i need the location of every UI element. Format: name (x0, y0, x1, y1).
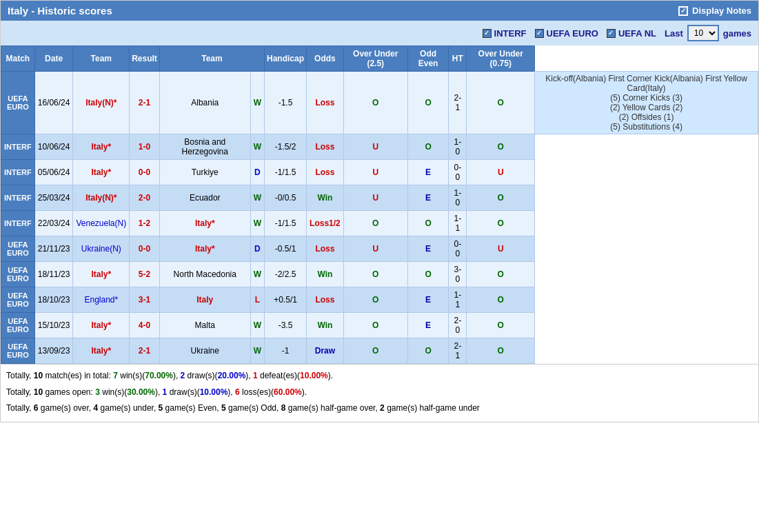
team2-cell: Bosnia and Herzegovina (159, 134, 250, 160)
ou075-cell: O (467, 262, 535, 287)
col-odd-even: Odd Even (407, 46, 449, 72)
filter-uefa-nl[interactable]: ✓ UEFA NL (607, 28, 656, 39)
col-match: Match (1, 46, 35, 72)
ht-cell: 1-1 (449, 211, 467, 236)
odd-even-cell: E (407, 236, 449, 262)
wdl-cell: W (250, 185, 264, 211)
ou25-cell: O (343, 287, 407, 313)
ht-cell: 1-1 (449, 287, 467, 313)
result-cell: 3-1 (130, 287, 160, 313)
ou25-cell: U (343, 236, 407, 262)
team2-cell: Italy* (159, 236, 250, 262)
result-cell: 0-0 (130, 160, 160, 185)
wdl-cell: L (250, 287, 264, 313)
ht-cell: 2-1 (449, 338, 467, 364)
display-notes-checkbox[interactable]: ✓ (678, 6, 688, 16)
match-type-cell: UEFAEURO (1, 313, 35, 338)
filter-interf[interactable]: ✓ INTERF (483, 28, 527, 39)
ht-cell: 1-0 (449, 185, 467, 211)
table-row: UEFAEURO18/11/23Italy*5-2North Macedonia… (1, 262, 758, 287)
summary-line: Totally, 6 game(s) over, 4 game(s) under… (6, 401, 753, 416)
uefa-nl-label: UEFA NL (618, 28, 656, 39)
odd-even-cell: O (407, 134, 449, 160)
odds-cell: Loss (307, 134, 344, 160)
result-cell: 5-2 (130, 262, 160, 287)
odd-even-cell: O (407, 262, 449, 287)
ht-cell: 2-0 (449, 313, 467, 338)
team1-cell: Italy* (73, 134, 130, 160)
ht-cell: 2-1 (449, 72, 467, 134)
handicap-cell: -3.5 (265, 313, 307, 338)
display-notes-toggle[interactable]: ✓ Display Notes (678, 6, 751, 16)
ou25-cell: O (343, 211, 407, 236)
handicap-cell: -1.5/2 (265, 134, 307, 160)
team2-cell: Ukraine (159, 338, 250, 364)
date-cell: 05/06/24 (34, 160, 73, 185)
col-result: Result (130, 46, 160, 72)
table-row: INTERF10/06/24Italy*1-0Bosnia and Herzeg… (1, 134, 758, 160)
result-cell: 4-0 (130, 313, 160, 338)
team1-cell: Italy* (73, 313, 130, 338)
handicap-cell: +0.5/1 (265, 287, 307, 313)
team2-cell: Malta (159, 313, 250, 338)
result-cell: 2-0 (130, 185, 160, 211)
team1-cell: Venezuela(N) (73, 211, 130, 236)
last-label: Last (665, 28, 683, 39)
summary-section: Totally, 10 match(es) in total: 7 win(s)… (1, 364, 758, 422)
result-cell: 2-1 (130, 338, 160, 364)
date-cell: 22/03/24 (34, 211, 73, 236)
handicap-cell: -1/1.5 (265, 160, 307, 185)
team2-cell: Ecuador (159, 185, 250, 211)
odd-even-cell: E (407, 313, 449, 338)
wdl-cell: D (250, 160, 264, 185)
match-type-cell: UEFAEURO (1, 262, 35, 287)
ou25-cell: U (343, 160, 407, 185)
uefa-nl-checkbox[interactable]: ✓ (607, 29, 616, 38)
ou075-cell: U (467, 236, 535, 262)
odd-even-cell: O (407, 338, 449, 364)
odds-cell: Loss (307, 236, 344, 262)
match-type-cell: UEFAEURO (1, 236, 35, 262)
team2-cell: Turkiye (159, 160, 250, 185)
ou075-cell: O (467, 134, 535, 160)
odd-even-cell: E (407, 160, 449, 185)
date-cell: 13/09/23 (34, 338, 73, 364)
ou25-cell: U (343, 134, 407, 160)
wdl-cell: W (250, 262, 264, 287)
games-select[interactable]: 5 10 15 20 (687, 25, 719, 41)
interf-checkbox[interactable]: ✓ (483, 29, 492, 38)
date-cell: 16/06/24 (34, 72, 73, 134)
result-cell: 0-0 (130, 236, 160, 262)
filter-uefa-euro[interactable]: ✓ UEFA EURO (535, 28, 598, 39)
wdl-cell: W (250, 313, 264, 338)
handicap-cell: -1 (265, 338, 307, 364)
odds-cell: Loss1/2 (307, 211, 344, 236)
ou25-cell: U (343, 185, 407, 211)
ou25-cell: O (343, 338, 407, 364)
uefa-euro-checkbox[interactable]: ✓ (535, 29, 544, 38)
display-notes-label: Display Notes (692, 6, 751, 16)
ou25-cell: O (343, 72, 407, 134)
table-row: INTERF22/03/24Venezuela(N)1-2Italy*W-1/1… (1, 211, 758, 236)
odds-cell: Loss (307, 287, 344, 313)
team2-cell: Italy (159, 287, 250, 313)
wdl-cell: W (250, 338, 264, 364)
ou075-cell: O (467, 338, 535, 364)
scores-table: Match Date Team Result Team Handicap Odd… (1, 45, 758, 364)
team2-cell: Italy* (159, 211, 250, 236)
date-cell: 18/11/23 (34, 262, 73, 287)
result-cell: 1-0 (130, 134, 160, 160)
handicap-cell: -0/0.5 (265, 185, 307, 211)
wdl-cell: D (250, 236, 264, 262)
team2-cell: Albania (159, 72, 250, 134)
odds-cell: Win (307, 262, 344, 287)
summary-line: Totally, 10 games open: 3 win(s)(30.00%)… (6, 385, 753, 400)
odd-even-cell: E (407, 185, 449, 211)
result-cell: 2-1 (130, 72, 160, 134)
team1-cell: Italy* (73, 160, 130, 185)
table-row: INTERF05/06/24Italy*0-0TurkiyeD-1/1.5Los… (1, 160, 758, 185)
handicap-cell: -1.5 (265, 72, 307, 134)
match-type-cell: UEFAEURO (1, 287, 35, 313)
odd-even-cell: E (407, 287, 449, 313)
filter-bar: ✓ INTERF ✓ UEFA EURO ✓ UEFA NL Last 5 10… (1, 21, 758, 45)
